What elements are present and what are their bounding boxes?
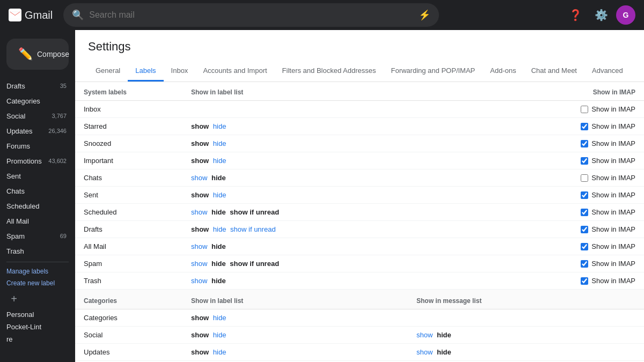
- tab-inbox[interactable]: Inbox: [164, 61, 196, 82]
- imap-checkbox-chats[interactable]: [581, 174, 588, 182]
- tab-chat[interactable]: Chat and Meet: [524, 61, 584, 82]
- sidebar-item-trash[interactable]: Trash: [0, 243, 75, 258]
- show-action[interactable]: show: [191, 122, 209, 130]
- add-label-icon[interactable]: +: [6, 291, 21, 306]
- show-action[interactable]: show: [191, 314, 209, 322]
- labels-table: System labels Show in label list Show in…: [75, 82, 644, 362]
- hide-action[interactable]: hide: [211, 174, 226, 182]
- hide-action[interactable]: hide: [211, 277, 226, 285]
- show-action[interactable]: show: [191, 260, 207, 268]
- account-icon[interactable]: G: [616, 5, 635, 25]
- show-action[interactable]: show: [191, 277, 207, 285]
- sidebar-item-pocket-lint[interactable]: Pocket-Lint: [0, 321, 75, 333]
- sidebar-item-spam[interactable]: Spam 69: [0, 228, 75, 243]
- hide-action[interactable]: hide: [213, 225, 226, 233]
- imap-label-drafts[interactable]: Show in IMAP: [567, 225, 635, 233]
- show-if-unread-action[interactable]: show if unread: [230, 260, 279, 268]
- msg-hide-action[interactable]: hide: [437, 331, 451, 339]
- tab-filters[interactable]: Filters and Blocked Addresses: [275, 61, 384, 82]
- show-action[interactable]: show: [191, 242, 207, 250]
- tab-offline[interactable]: Offline: [631, 61, 631, 82]
- imap-label-important[interactable]: Show in IMAP: [567, 157, 635, 165]
- imap-checkbox-scheduled[interactable]: [581, 209, 588, 216]
- create-new-label-link[interactable]: Create new label: [0, 277, 75, 289]
- hide-action[interactable]: hide: [213, 314, 226, 322]
- hide-action[interactable]: hide: [213, 191, 226, 199]
- imap-label-scheduled[interactable]: Show in IMAP: [567, 208, 635, 216]
- sidebar-item-label: Trash: [6, 247, 24, 255]
- sidebar-item-categories[interactable]: Categories: [0, 93, 75, 108]
- label-actions-scheduled: show hide show if unread: [182, 204, 408, 221]
- hide-action[interactable]: hide: [213, 348, 226, 356]
- show-action[interactable]: show: [191, 225, 209, 233]
- show-action[interactable]: show: [191, 208, 207, 216]
- tab-labels[interactable]: Labels: [128, 61, 163, 82]
- sidebar-item-social[interactable]: Social 3,767: [0, 108, 75, 123]
- sidebar-item-re[interactable]: re: [0, 333, 75, 345]
- imap-checkbox-inbox[interactable]: [581, 106, 588, 113]
- imap-label-spam[interactable]: Show in IMAP: [567, 260, 635, 268]
- msg-show-action[interactable]: show: [416, 331, 433, 339]
- tab-general[interactable]: General: [88, 61, 128, 82]
- sidebar-item-chats[interactable]: Chats: [0, 183, 75, 198]
- search-filter-icon[interactable]: ⚡: [419, 9, 430, 21]
- sidebar-item-sent[interactable]: Sent: [0, 168, 75, 183]
- sidebar-item-updates[interactable]: Updates 26,346: [0, 123, 75, 138]
- sidebar-item-scheduled[interactable]: Scheduled: [0, 198, 75, 213]
- hide-action[interactable]: hide: [213, 122, 226, 130]
- msg-show-action[interactable]: show: [416, 348, 433, 356]
- tab-advanced[interactable]: Advanced: [584, 61, 631, 82]
- sidebar-item-label: Sent: [6, 172, 21, 180]
- hide-action[interactable]: hide: [211, 260, 226, 268]
- imap-label-starred[interactable]: Show in IMAP: [567, 122, 635, 130]
- imap-checkbox-allmail[interactable]: [581, 243, 588, 250]
- imap-label-allmail[interactable]: Show in IMAP: [567, 242, 635, 250]
- imap-checkbox-snoozed[interactable]: [581, 140, 588, 147]
- show-if-unread-action[interactable]: show if unread: [230, 225, 276, 233]
- show-if-unread-action[interactable]: show if unread: [230, 208, 279, 216]
- compose-button[interactable]: ✏️ Compose: [6, 39, 69, 70]
- sidebar-item-personal[interactable]: Personal: [0, 308, 75, 321]
- hide-action[interactable]: hide: [213, 139, 226, 147]
- system-labels-col3: [408, 82, 558, 101]
- tab-addons[interactable]: Add-ons: [482, 61, 523, 82]
- hide-action[interactable]: hide: [211, 208, 226, 216]
- imap-checkbox-important[interactable]: [581, 157, 588, 165]
- imap-checkbox-sent[interactable]: [581, 191, 588, 199]
- imap-label-inbox[interactable]: Show in IMAP: [567, 105, 635, 113]
- label-msg-social: show hide: [408, 327, 558, 344]
- show-action[interactable]: show: [191, 348, 209, 356]
- help-icon[interactable]: ❓: [565, 4, 586, 26]
- tab-accounts-import[interactable]: Accounts and Import: [195, 61, 274, 82]
- show-action[interactable]: show: [191, 331, 209, 339]
- search-input[interactable]: [89, 10, 413, 20]
- imap-checkbox-spam[interactable]: [581, 260, 588, 268]
- imap-label-trash[interactable]: Show in IMAP: [567, 277, 635, 285]
- imap-label-chats[interactable]: Show in IMAP: [567, 174, 635, 182]
- sidebar-item-forums[interactable]: Forums: [0, 138, 75, 153]
- label-actions-social: show hide: [182, 327, 408, 344]
- imap-checkbox-starred[interactable]: [581, 123, 588, 130]
- show-action[interactable]: show: [191, 139, 209, 147]
- show-action[interactable]: show: [191, 174, 207, 182]
- search-bar[interactable]: 🔍 ⚡: [63, 3, 439, 27]
- show-action[interactable]: show: [191, 191, 209, 199]
- imap-checkbox-trash[interactable]: [581, 277, 588, 285]
- sidebar-item-promotions[interactable]: Promotions 43,602: [0, 153, 75, 168]
- sidebar-item-allmail[interactable]: All Mail: [0, 213, 75, 228]
- sidebar-item-drafts[interactable]: Drafts 35: [0, 78, 75, 93]
- tab-forwarding[interactable]: Forwarding and POP/IMAP: [383, 61, 482, 82]
- imap-cell-snoozed: Show in IMAP: [558, 135, 644, 152]
- imap-label-sent[interactable]: Show in IMAP: [567, 191, 635, 199]
- msg-hide-action[interactable]: hide: [437, 348, 451, 356]
- manage-labels-link[interactable]: Manage labels: [0, 265, 75, 277]
- settings-icon[interactable]: ⚙️: [590, 4, 612, 26]
- show-action[interactable]: show: [191, 157, 209, 165]
- imap-checkbox-drafts[interactable]: [581, 226, 588, 233]
- label-actions-spam: show hide show if unread: [182, 255, 408, 272]
- label-actions-categories: show hide: [182, 309, 408, 327]
- hide-action[interactable]: hide: [213, 157, 226, 165]
- hide-action[interactable]: hide: [211, 242, 226, 250]
- imap-label-snoozed[interactable]: Show in IMAP: [567, 139, 635, 147]
- hide-action[interactable]: hide: [213, 331, 226, 339]
